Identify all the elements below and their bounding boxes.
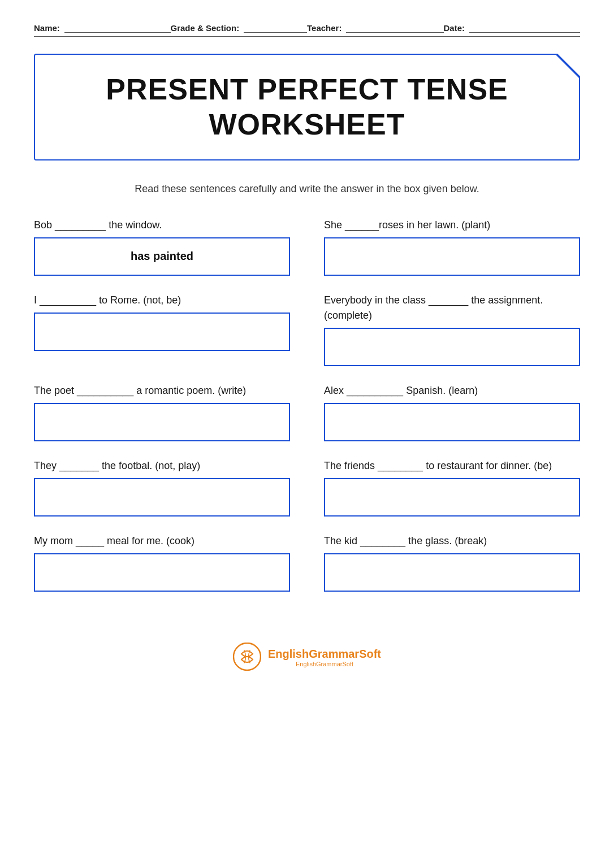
date-underline: [469, 23, 580, 33]
exercise-q3: I __________ to Rome. (not, be): [34, 293, 290, 366]
answer-box-q4[interactable]: [324, 328, 580, 366]
prompt-q10: The kid ________ the glass. (break): [324, 533, 580, 549]
logo-container: [233, 643, 261, 673]
instruction-text: Read these sentences carefully and write…: [34, 183, 580, 195]
logo-icon: [233, 643, 261, 671]
date-field: Date:: [444, 23, 581, 33]
exercise-q4: Everybody in the class _______ the assig…: [324, 293, 580, 366]
answer-box-q2[interactable]: [324, 237, 580, 276]
grade-label: Grade & Section:: [171, 23, 240, 33]
grade-underline: [244, 23, 307, 33]
name-field: Name:: [34, 23, 171, 33]
answer-box-q8[interactable]: [324, 478, 580, 517]
exercise-q5: The poet __________ a romantic poem. (wr…: [34, 383, 290, 441]
answer-box-q9[interactable]: [34, 553, 290, 592]
date-label: Date:: [444, 23, 465, 33]
prompt-q4: Everybody in the class _______ the assig…: [324, 293, 580, 323]
teacher-label: Teacher:: [307, 23, 341, 33]
exercise-q1: Bob _________ the window. has painted: [34, 218, 290, 276]
prompt-q6: Alex __________ Spanish. (learn): [324, 383, 580, 398]
answer-box-q3[interactable]: [34, 313, 290, 351]
prompt-q2: She ______roses in her lawn. (plant): [324, 218, 580, 233]
name-underline: [64, 23, 171, 33]
header-fields: Name: Grade & Section: Teacher: Date:: [34, 23, 580, 37]
prompt-q5: The poet __________ a romantic poem. (wr…: [34, 383, 290, 398]
answer-box-q6[interactable]: [324, 403, 580, 441]
logo-text-block: EnglishGrammarSoft EnglishGrammarSoft: [268, 648, 381, 667]
logo-main-text: EnglishGrammarSoft: [268, 648, 381, 661]
grade-field: Grade & Section:: [171, 23, 308, 33]
answer-box-q5[interactable]: [34, 403, 290, 441]
worksheet-title: PRESENT PERFECT TENSE WORKSHEET: [58, 72, 556, 142]
footer: EnglishGrammarSoft EnglishGrammarSoft: [34, 643, 580, 673]
exercise-q9: My mom _____ meal for me. (cook): [34, 533, 290, 592]
logo-sub-text: EnglishGrammarSoft: [268, 661, 381, 667]
exercises-grid: Bob _________ the window. has painted Sh…: [34, 218, 580, 609]
prompt-q1: Bob _________ the window.: [34, 218, 290, 233]
exercise-q8: The friends ________ to restaurant for d…: [324, 458, 580, 517]
teacher-field: Teacher:: [307, 23, 444, 33]
teacher-underline: [346, 23, 443, 33]
answer-box-q7[interactable]: [34, 478, 290, 517]
prompt-q8: The friends ________ to restaurant for d…: [324, 458, 580, 474]
prompt-q3: I __________ to Rome. (not, be): [34, 293, 290, 308]
title-box: PRESENT PERFECT TENSE WORKSHEET: [34, 54, 580, 160]
name-label: Name:: [34, 23, 60, 33]
prompt-q9: My mom _____ meal for me. (cook): [34, 533, 290, 549]
answer-box-q10[interactable]: [324, 553, 580, 592]
answer-box-q1[interactable]: has painted: [34, 237, 290, 276]
exercise-q6: Alex __________ Spanish. (learn): [324, 383, 580, 441]
prompt-q7: They _______ the footbal. (not, play): [34, 458, 290, 474]
exercise-q2: She ______roses in her lawn. (plant): [324, 218, 580, 276]
exercise-q10: The kid ________ the glass. (break): [324, 533, 580, 592]
exercise-q7: They _______ the footbal. (not, play): [34, 458, 290, 517]
